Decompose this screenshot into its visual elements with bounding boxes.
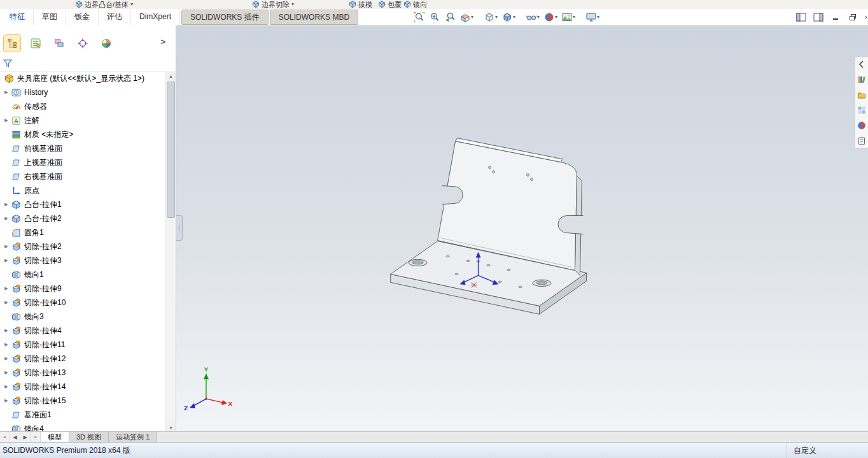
graphics-area[interactable]: Y X Z ⋮ — [176, 25, 868, 432]
ribbon-button-fragment[interactable]: 包覆 — [378, 0, 402, 9]
tree-item[interactable]: ▶切除-拉伸12 — [0, 352, 165, 366]
previous-view-button[interactable] — [443, 10, 457, 24]
scrollbar-thumb[interactable] — [167, 82, 175, 218]
tree-item[interactable]: 镜向3 — [0, 310, 165, 324]
document-tab[interactable]: 3D 视图 — [69, 432, 109, 443]
expand-arrow-icon[interactable]: ▶ — [2, 328, 11, 333]
zoom-fit-button[interactable] — [412, 10, 426, 24]
commandmanager-tab[interactable]: SOLIDWORKS 插件 — [181, 10, 269, 25]
tree-item[interactable]: 夹具底座 (默认<<默认>_显示状态 1>) — [0, 71, 165, 85]
display-manager-tab[interactable] — [98, 35, 115, 52]
zoom-area-button[interactable] — [428, 10, 442, 24]
custom-properties-button[interactable] — [857, 136, 866, 145]
tree-item[interactable]: ▶切除-拉伸15 — [0, 394, 165, 408]
tree-item[interactable]: 材质 <未指定> — [0, 127, 165, 141]
expand-arrow-icon[interactable]: ▶ — [2, 90, 11, 95]
tree-item[interactable]: 镜向1 — [0, 268, 165, 282]
tree-item[interactable]: ▶切除-拉伸14 — [0, 380, 165, 394]
sheet-nav-last-button[interactable]: » — [31, 432, 41, 443]
view-palette-button[interactable] — [857, 106, 866, 115]
panel-splitter-handle[interactable]: ⋮ — [176, 215, 183, 241]
panel-expand-chevron[interactable]: > — [160, 37, 165, 47]
tree-item[interactable]: ▶切除-拉伸3 — [0, 254, 165, 268]
restore-button[interactable] — [847, 12, 858, 22]
tree-item[interactable]: ▶切除-拉伸10 — [0, 296, 165, 310]
apply-scene-button[interactable]: ▾ — [560, 10, 577, 24]
counterbore-hole[interactable] — [409, 259, 427, 266]
counterbore-hole[interactable] — [533, 280, 551, 286]
view-orientation-button[interactable]: ▾ — [482, 10, 499, 24]
dimxpert-manager-tab[interactable] — [74, 35, 91, 52]
commandmanager-tab[interactable]: 特征 — [1, 9, 34, 25]
commandmanager-tab[interactable]: 评估 — [99, 9, 131, 25]
commandmanager-tab[interactable]: DimXpert — [131, 9, 180, 25]
fillet-icon — [11, 227, 21, 238]
document-tab[interactable]: 运动算例 1 — [109, 432, 157, 443]
tree-item[interactable]: 圆角1 — [0, 225, 165, 240]
tree-item[interactable]: ▶切除-拉伸13 — [0, 366, 165, 380]
commandmanager-tab[interactable]: 钣金 — [66, 9, 99, 25]
expand-arrow-icon[interactable]: ▶ — [2, 342, 11, 347]
section-view-button[interactable]: ▾ — [458, 10, 475, 24]
part-model[interactable] — [391, 138, 587, 315]
ribbon-button-fragment[interactable]: 拔模 — [349, 0, 372, 9]
commandmanager-tab[interactable]: SOLIDWORKS MBD — [270, 10, 358, 25]
pane-right-button[interactable] — [813, 12, 824, 22]
feature-manager-tab[interactable] — [4, 35, 20, 52]
tree-item[interactable]: ▶切除-拉伸2 — [0, 240, 165, 254]
hide-show-items-button[interactable]: ▾ — [524, 10, 541, 24]
sheet-nav-next-button[interactable]: ▶ — [20, 432, 31, 443]
scroll-up-arrow-icon[interactable]: ▲ — [166, 71, 176, 80]
expand-arrow-icon[interactable]: ▶ — [2, 202, 11, 207]
tree-item[interactable]: ▶切除-拉伸4 — [0, 324, 165, 338]
tree-item[interactable]: ▶History — [0, 85, 165, 99]
zoom-area-icon — [429, 11, 440, 23]
expand-arrow-icon[interactable]: ▶ — [2, 370, 11, 375]
tree-item[interactable]: ▶凸台-拉伸2 — [0, 211, 165, 225]
configuration-manager-tab[interactable] — [51, 35, 67, 52]
property-manager-tab[interactable] — [27, 35, 44, 52]
expand-arrow-icon[interactable]: ▶ — [2, 286, 11, 291]
tree-item[interactable]: 上视基准面 — [0, 155, 165, 169]
file-explorer-button[interactable] — [857, 90, 866, 99]
scroll-down-arrow-icon[interactable]: ▼ — [166, 423, 176, 432]
sheet-nav-prev-button[interactable]: ◀ — [10, 432, 20, 443]
expand-arrow-icon[interactable]: ▶ — [2, 258, 11, 263]
ribbon-button-fragment[interactable]: 镜向 — [403, 0, 427, 9]
commandmanager-tab[interactable]: 草图 — [34, 9, 66, 25]
tree-item[interactable]: 镜向4 — [0, 422, 165, 432]
expand-arrow-icon[interactable]: ▶ — [2, 216, 11, 221]
collapse-arrow-button[interactable] — [857, 60, 866, 69]
tree-item[interactable]: ▶切除-拉伸9 — [0, 282, 165, 296]
sheet-nav-first-button[interactable]: « — [0, 432, 10, 443]
tree-item[interactable]: 基准面1 — [0, 408, 165, 422]
tree-item[interactable]: ▶A注解 — [0, 113, 165, 127]
display-style-button[interactable]: ▾ — [500, 10, 517, 24]
tree-item[interactable]: 原点 — [0, 183, 165, 197]
tree-item[interactable]: 右视基准面 — [0, 169, 165, 183]
design-library-button[interactable] — [857, 75, 866, 84]
expand-arrow-icon[interactable]: ▶ — [2, 300, 11, 305]
appearances-button[interactable] — [857, 121, 866, 130]
customize-status-cell[interactable]: 自定义 — [787, 443, 868, 458]
model-canvas[interactable]: Y X Z — [176, 26, 868, 432]
view-settings-button[interactable]: ▾ — [584, 10, 601, 24]
tree-item[interactable]: 前视基准面 — [0, 141, 165, 155]
filter-funnel-icon[interactable] — [3, 59, 13, 68]
tree-scrollbar[interactable]: ▲ ▼ — [165, 71, 176, 432]
pane-left-button[interactable] — [795, 12, 807, 22]
ribbon-button-fragment[interactable]: 边界切除▾ — [252, 0, 294, 9]
expand-arrow-icon[interactable]: ▶ — [2, 384, 11, 389]
expand-arrow-icon[interactable]: ▶ — [2, 398, 11, 403]
expand-arrow-icon[interactable]: ▶ — [2, 118, 11, 123]
document-tab[interactable]: 模型 — [41, 432, 69, 443]
minimize-button[interactable] — [830, 12, 841, 22]
close-button[interactable] — [864, 12, 867, 22]
expand-arrow-icon[interactable]: ▶ — [2, 244, 11, 249]
tree-item[interactable]: ▶切除-拉伸11 — [0, 338, 165, 352]
expand-arrow-icon[interactable]: ▶ — [2, 356, 11, 361]
tree-item[interactable]: 传感器 — [0, 99, 165, 113]
edit-appearance-button[interactable]: ▾ — [542, 10, 559, 24]
ribbon-button-fragment[interactable]: 边界凸台/基体▾ — [75, 0, 133, 9]
tree-item[interactable]: ▶凸台-拉伸1 — [0, 197, 165, 211]
